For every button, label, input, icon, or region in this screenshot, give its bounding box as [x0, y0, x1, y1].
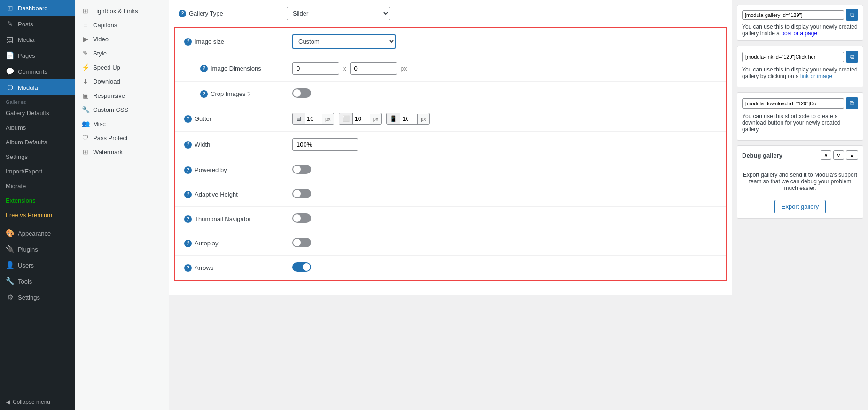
- crop-images-help-icon[interactable]: ?: [200, 90, 208, 98]
- powered-by-control: [292, 165, 717, 175]
- sub-sidebar-responsive[interactable]: ▣ Responsive: [75, 88, 169, 102]
- shortcode-link-field[interactable]: [742, 52, 844, 62]
- width-input-field[interactable]: [292, 138, 358, 151]
- sidebar-item-albums[interactable]: Albums: [0, 120, 75, 135]
- arrows-toggle[interactable]: [292, 262, 311, 272]
- autoplay-help-icon[interactable]: ?: [184, 240, 192, 247]
- sub-sidebar-custom-css[interactable]: 🔧 Custom CSS: [75, 102, 169, 117]
- sidebar-item-plugins[interactable]: 🔌 Plugins: [0, 241, 75, 257]
- sub-sidebar-lightbox[interactable]: ⊞ Lightbox & Links: [75, 4, 169, 18]
- right-panel: ⧉ You can use this to display your newly…: [732, 0, 868, 410]
- sidebar-item-modula[interactable]: ⬡ Modula: [0, 79, 75, 95]
- shortcode-link-box: ⧉ You can use this to display your newly…: [737, 46, 863, 87]
- sidebar-item-dashboard[interactable]: ⊞ Dashboard: [0, 0, 75, 16]
- debug-expand-button[interactable]: ▲: [846, 150, 858, 160]
- shortcode-download-field[interactable]: [742, 98, 844, 109]
- image-dimensions-help-icon[interactable]: ?: [200, 65, 208, 72]
- gutter-mobile-input[interactable]: [400, 113, 417, 124]
- image-size-row: ? Image size Custom Thumbnail Medium Lar…: [175, 28, 726, 55]
- sub-sidebar-watermark[interactable]: ⊞ Watermark: [75, 145, 169, 159]
- gallery-type-help-icon[interactable]: ?: [179, 10, 186, 17]
- export-gallery-button[interactable]: Export gallery: [774, 200, 826, 213]
- image-width-input[interactable]: [292, 62, 339, 75]
- adaptive-height-control: [292, 189, 717, 200]
- settings-icon: ⚙: [6, 293, 14, 301]
- gutter-desktop-unit: px: [322, 114, 334, 124]
- custom-css-icon: 🔧: [82, 106, 89, 113]
- powered-by-help-icon[interactable]: ?: [184, 166, 192, 174]
- image-dimensions-row: ? Image Dimensions x px: [175, 55, 726, 82]
- shortcode-gallery-desc: You can use this to display your newly c…: [742, 24, 858, 37]
- collapse-menu[interactable]: ◀ Collapse menu: [0, 394, 75, 410]
- sidebar-item-album-defaults[interactable]: Album Defaults: [0, 135, 75, 150]
- thumbnail-navigator-knob: [293, 214, 301, 222]
- modula-icon: ⬡: [6, 83, 14, 92]
- sidebar-item-media[interactable]: 🖼 Media: [0, 32, 75, 47]
- slider-settings-box: ? Image size Custom Thumbnail Medium Lar…: [174, 27, 727, 281]
- gutter-tablet-wrap: ⬜ px: [339, 113, 382, 125]
- width-help-icon[interactable]: ?: [184, 141, 192, 149]
- powered-by-toggle[interactable]: [292, 165, 311, 174]
- pages-icon: 📄: [6, 51, 14, 60]
- video-icon: ▶: [82, 35, 89, 43]
- gutter-tablet-input[interactable]: [353, 113, 370, 124]
- shortcode-link-link[interactable]: link or image: [800, 73, 832, 79]
- image-size-control: Custom Thumbnail Medium Large Full: [292, 35, 717, 48]
- sidebar-item-tools[interactable]: 🔧 Tools: [0, 273, 75, 289]
- gallery-type-select[interactable]: Slider Grid Masonry Custom Grid: [287, 7, 390, 20]
- sub-sidebar-speed-up[interactable]: ⚡ Speed Up: [75, 60, 169, 74]
- debug-collapse-down-button[interactable]: ∨: [833, 150, 844, 160]
- sidebar-item-pages[interactable]: 📄 Pages: [0, 47, 75, 63]
- shortcode-gallery-copy-button[interactable]: ⧉: [846, 9, 858, 21]
- shortcode-gallery-link[interactable]: post or a page: [781, 30, 817, 37]
- sidebar-item-extensions[interactable]: Extensions: [0, 193, 75, 208]
- gutter-help-icon[interactable]: ?: [184, 115, 192, 123]
- image-height-input[interactable]: [350, 62, 397, 75]
- sub-sidebar-captions[interactable]: ≡ Captions: [75, 18, 169, 32]
- debug-collapse-up-button[interactable]: ∧: [821, 150, 831, 160]
- thumbnail-navigator-help-icon[interactable]: ?: [184, 215, 192, 223]
- dashboard-icon: ⊞: [6, 4, 14, 12]
- tools-icon: 🔧: [6, 277, 14, 285]
- image-size-help-icon[interactable]: ?: [184, 38, 192, 46]
- desktop-icon: 🖥: [293, 113, 305, 124]
- arrows-help-icon[interactable]: ?: [184, 264, 192, 272]
- thumbnail-navigator-toggle[interactable]: [292, 213, 311, 223]
- crop-images-row: ? Crop Images ?: [175, 82, 726, 106]
- sub-sidebar-download[interactable]: ⬇ Download: [75, 74, 169, 88]
- image-size-label: ? Image size: [184, 38, 288, 46]
- lightbox-icon: ⊞: [82, 7, 89, 15]
- sidebar-item-appearance[interactable]: 🎨 Appearance: [0, 225, 75, 241]
- autoplay-control: [292, 238, 717, 249]
- sub-sidebar-video[interactable]: ▶ Video: [75, 32, 169, 46]
- arrows-label: ? Arrows: [184, 264, 288, 272]
- sidebar-item-free-vs-premium[interactable]: Free vs Premium: [0, 208, 75, 222]
- sidebar-item-settings-main[interactable]: ⚙ Settings: [0, 289, 75, 305]
- gutter-desktop-input[interactable]: [305, 113, 322, 124]
- shortcode-link-copy-button[interactable]: ⧉: [846, 51, 858, 63]
- adaptive-height-toggle[interactable]: [292, 189, 311, 198]
- sub-sidebar-style[interactable]: ✎ Style: [75, 46, 169, 60]
- sub-sidebar-pass-protect[interactable]: 🛡 Pass Protect: [75, 131, 169, 145]
- adaptive-height-row: ? Adaptive Height: [175, 182, 726, 207]
- width-control: [292, 138, 717, 151]
- sidebar-item-users[interactable]: 👤 Users: [0, 257, 75, 273]
- shortcode-gallery-field[interactable]: [742, 10, 844, 20]
- crop-images-toggle[interactable]: [292, 88, 311, 98]
- main-sidebar: ⊞ Dashboard ✎ Posts 🖼 Media 📄 Pages 💬 Co…: [0, 0, 75, 410]
- sidebar-item-comments[interactable]: 💬 Comments: [0, 63, 75, 79]
- sub-sidebar-misc[interactable]: 👥 Misc: [75, 117, 169, 131]
- shortcode-download-copy-button[interactable]: ⧉: [846, 97, 858, 109]
- sidebar-item-migrate[interactable]: Migrate: [0, 179, 75, 193]
- sidebar-item-import-export[interactable]: Import/Export: [0, 164, 75, 179]
- image-size-select[interactable]: Custom Thumbnail Medium Large Full: [292, 35, 396, 48]
- debug-gallery-box: Debug gallery ∧ ∨ ▲ Export gallery and s…: [737, 145, 863, 219]
- gutter-row: ? Gutter 🖥 px ⬜ px 📱: [175, 106, 726, 132]
- sidebar-item-settings[interactable]: Settings: [0, 150, 75, 164]
- tablet-icon: ⬜: [339, 113, 353, 124]
- sidebar-item-posts[interactable]: ✎ Posts: [0, 16, 75, 32]
- adaptive-height-help-icon[interactable]: ?: [184, 191, 192, 198]
- autoplay-toggle[interactable]: [292, 238, 311, 247]
- sidebar-item-gallery-defaults[interactable]: Gallery Defaults: [0, 106, 75, 120]
- settings-panel: ? Gallery Type Slider Grid Masonry Custo…: [169, 0, 732, 295]
